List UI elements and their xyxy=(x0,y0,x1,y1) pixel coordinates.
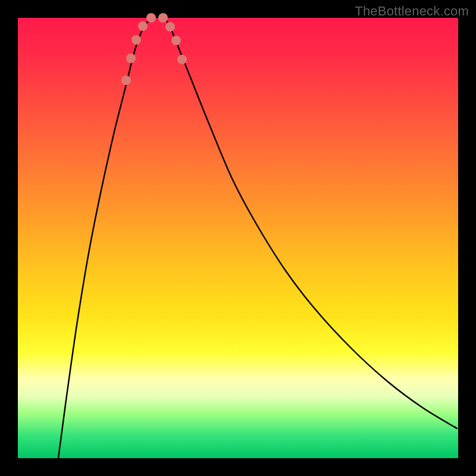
highlight-dot xyxy=(126,54,136,63)
bottleneck-curve-path xyxy=(58,17,457,458)
highlight-dot xyxy=(121,76,131,85)
highlight-dot xyxy=(165,22,175,32)
highlight-dot xyxy=(146,13,156,23)
highlight-dot xyxy=(177,55,187,64)
chart-svg xyxy=(18,18,458,458)
highlight-dot xyxy=(158,13,168,23)
highlight-dot xyxy=(138,21,148,31)
marker-group xyxy=(121,13,187,85)
outer-frame: TheBottleneck.com xyxy=(0,0,476,476)
watermark-text: TheBottleneck.com xyxy=(355,4,469,19)
highlight-dot xyxy=(131,35,141,45)
plot-area xyxy=(18,18,458,458)
highlight-dot xyxy=(171,36,181,45)
